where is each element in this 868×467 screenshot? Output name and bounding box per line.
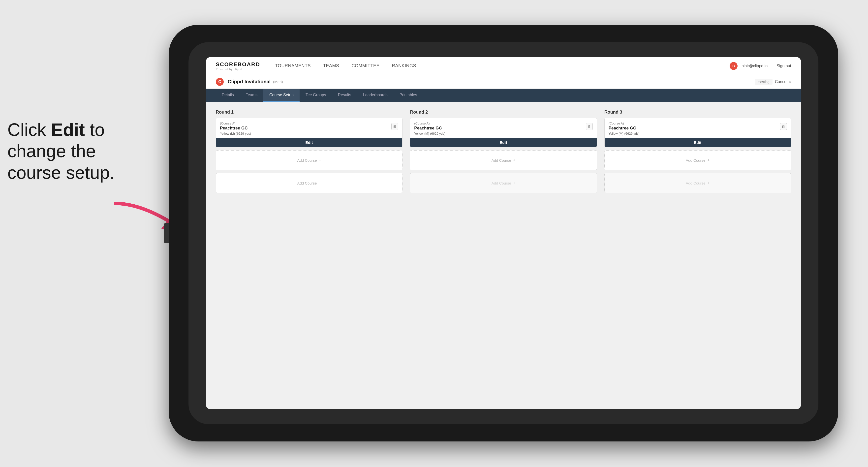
instruction-block: Click Edit to change the course setup. — [7, 119, 151, 183]
round-3-add-course-1-label: Add Course — [686, 158, 705, 162]
round-3-card-header: (Course A) Peachtree GC 🗑 — [604, 118, 791, 132]
round-2-add-course-2: Add Course + — [410, 173, 597, 193]
tab-printables[interactable]: Printables — [394, 89, 423, 102]
round-3-course-info: (Course A) Peachtree GC — [609, 122, 637, 131]
round-1-card-icons: ⊞ — [391, 122, 398, 130]
round-1-card-header: (Course A) Peachtree GC ⊞ — [216, 118, 402, 132]
round-1-course-name: Peachtree GC — [220, 126, 248, 131]
sign-out-link[interactable]: Sign out — [776, 64, 791, 68]
plus-icon-2: + — [319, 181, 321, 185]
user-avatar: B — [730, 62, 738, 70]
round-2-title: Round 2 — [410, 110, 597, 115]
sub-header: C Clippd Invitational (Men) Hosting Canc… — [206, 75, 801, 89]
plus-icon-5: + — [707, 158, 710, 162]
main-content: Round 1 (Course A) Peachtree GC ⊞ — [206, 102, 801, 409]
hosting-badge: Hosting — [755, 79, 772, 85]
nav-divider: | — [772, 64, 773, 68]
sub-header-logo: C — [216, 78, 224, 86]
round-1-edit-button[interactable]: Edit — [216, 138, 402, 147]
scoreboard-logo: SCOREBOARD Powered by clippd — [216, 61, 260, 71]
round-2-course-label: (Course A) — [414, 122, 442, 125]
round-3-trash-icon[interactable]: 🗑 — [780, 123, 787, 130]
round-2-edit-button[interactable]: Edit — [410, 138, 596, 147]
nav-committee[interactable]: COMMITTEE — [352, 63, 380, 68]
round-2-card-icons: 🗑 — [586, 122, 593, 130]
nav-right: B blair@clippd.io | Sign out — [730, 62, 791, 70]
close-icon: × — [789, 80, 791, 84]
cancel-label: Cancel — [775, 80, 787, 84]
round-3-course-tee: Yellow (M) (6629 yds) — [604, 132, 791, 138]
round-1-course-info: (Course A) Peachtree GC — [220, 122, 248, 131]
side-button — [164, 223, 168, 243]
round-3-add-course-1[interactable]: Add Course + — [604, 150, 791, 170]
round-2-course-name: Peachtree GC — [414, 126, 442, 131]
plus-icon-3: + — [513, 158, 515, 162]
plus-icon-1: + — [319, 158, 321, 162]
round-1-title: Round 1 — [216, 110, 403, 115]
sub-header-right: Hosting Cancel × — [755, 79, 791, 85]
round-2-course-info: (Course A) Peachtree GC — [414, 122, 442, 131]
round-2-card-header: (Course A) Peachtree GC 🗑 — [410, 118, 596, 132]
round-3-card-icons: 🗑 — [780, 122, 787, 130]
round-2-trash-icon[interactable]: 🗑 — [586, 123, 593, 130]
round-1-add-course-2[interactable]: Add Course + — [216, 173, 403, 193]
tablet-device: SCOREBOARD Powered by clippd TOURNAMENTS… — [168, 25, 838, 441]
round-3-course-card: (Course A) Peachtree GC 🗑 Yellow (M) (66… — [604, 118, 791, 147]
tournament-gender: (Men) — [273, 80, 283, 84]
round-1-course-card: (Course A) Peachtree GC ⊞ Yellow (M) (66… — [216, 118, 403, 147]
round-1-column: Round 1 (Course A) Peachtree GC ⊞ — [216, 110, 403, 196]
nav-teams[interactable]: TEAMS — [323, 63, 339, 68]
rounds-grid: Round 1 (Course A) Peachtree GC ⊞ — [216, 110, 791, 196]
tab-details[interactable]: Details — [216, 89, 240, 102]
nav-links: TOURNAMENTS TEAMS COMMITTEE RANKINGS — [275, 63, 730, 68]
round-2-add-course-2-label: Add Course — [492, 181, 511, 185]
round-2-course-tee: Yellow (M) (6629 yds) — [410, 132, 596, 138]
round-1-expand-icon[interactable]: ⊞ — [391, 123, 398, 130]
round-3-add-course-2: Add Course + — [604, 173, 791, 193]
cancel-button[interactable]: Cancel × — [775, 80, 791, 84]
round-2-add-course-1-label: Add Course — [492, 158, 511, 162]
tournament-title: Clippd Invitational — [228, 79, 271, 85]
round-2-course-card: (Course A) Peachtree GC 🗑 Yellow (M) (66… — [410, 118, 597, 147]
tab-course-setup[interactable]: Course Setup — [264, 89, 300, 102]
nav-rankings[interactable]: RANKINGS — [392, 63, 416, 68]
tablet-bezel: SCOREBOARD Powered by clippd TOURNAMENTS… — [188, 42, 818, 424]
round-2-column: Round 2 (Course A) Peachtree GC 🗑 — [410, 110, 597, 196]
round-1-add-course-1[interactable]: Add Course + — [216, 150, 403, 170]
round-3-course-name: Peachtree GC — [609, 126, 637, 131]
nav-tournaments[interactable]: TOURNAMENTS — [275, 63, 311, 68]
plus-icon-6: + — [707, 181, 710, 185]
round-3-course-label: (Course A) — [609, 122, 637, 125]
logo-main-text: SCOREBOARD — [216, 61, 260, 68]
tablet-screen: SCOREBOARD Powered by clippd TOURNAMENTS… — [206, 57, 801, 409]
round-2-add-course-1[interactable]: Add Course + — [410, 150, 597, 170]
round-3-title: Round 3 — [604, 110, 791, 115]
top-nav: SCOREBOARD Powered by clippd TOURNAMENTS… — [206, 57, 801, 75]
instruction-bold: Edit — [51, 120, 85, 139]
round-1-course-label: (Course A) — [220, 122, 248, 125]
plus-icon-4: + — [513, 181, 515, 185]
round-3-add-course-2-label: Add Course — [686, 181, 705, 185]
tab-tee-groups[interactable]: Tee Groups — [300, 89, 332, 102]
round-3-column: Round 3 (Course A) Peachtree GC 🗑 — [604, 110, 791, 196]
round-1-add-course-2-label: Add Course — [297, 181, 317, 185]
tab-teams[interactable]: Teams — [240, 89, 264, 102]
round-3-edit-button[interactable]: Edit — [604, 138, 791, 147]
logo-sub-text: Powered by clippd — [216, 68, 260, 71]
tab-leaderboards[interactable]: Leaderboards — [357, 89, 394, 102]
tabs-bar: Details Teams Course Setup Tee Groups Re… — [206, 89, 801, 102]
round-1-add-course-1-label: Add Course — [297, 158, 317, 162]
round-1-course-tee: Yellow (M) (6629 yds) — [216, 132, 402, 138]
user-email: blair@clippd.io — [742, 64, 768, 68]
instruction-prefix: Click — [7, 120, 51, 139]
tab-results[interactable]: Results — [332, 89, 357, 102]
